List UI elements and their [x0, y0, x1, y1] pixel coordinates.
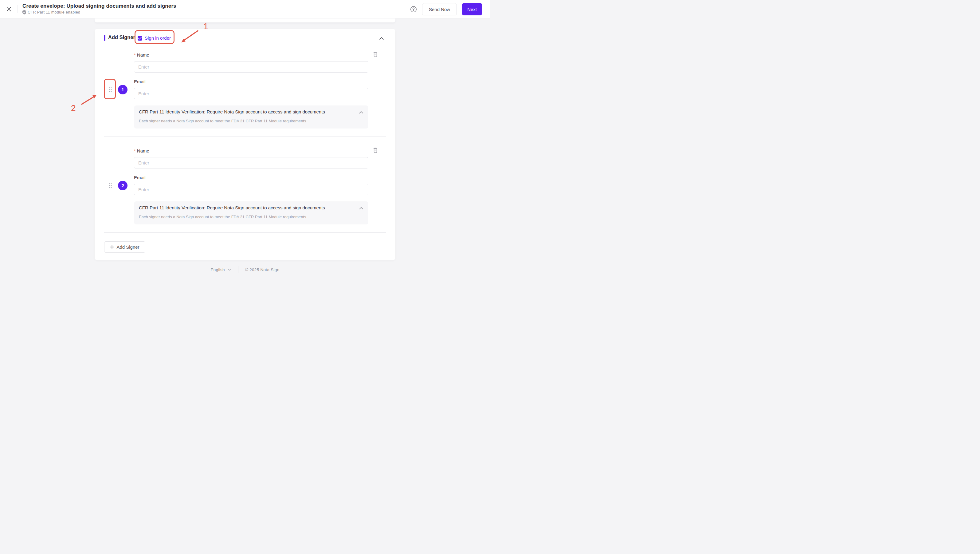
- name-input[interactable]: [134, 61, 368, 73]
- cfr-verification-panel: CFR Part 11 Identity Verification: Requi…: [134, 201, 368, 224]
- name-label: *Name: [134, 148, 149, 153]
- required-asterisk: *: [134, 148, 136, 153]
- cfr-panel-collapse-button[interactable]: [357, 204, 365, 212]
- language-selector[interactable]: English: [211, 267, 231, 272]
- signer-row: *Name Email 1 CFR Part 11 Identity Verif…: [95, 48, 395, 134]
- next-button[interactable]: Next: [462, 3, 482, 15]
- cfr-module-badge: CFR Part 11 module enabled: [28, 10, 80, 14]
- top-bar: Create envelope: Upload signing document…: [0, 0, 490, 18]
- signer-divider: [104, 232, 386, 233]
- section-collapse-button[interactable]: [378, 35, 385, 42]
- trash-icon: [372, 52, 379, 57]
- section-title: Add Signer: [108, 34, 135, 40]
- header-titles: Create envelope: Upload signing document…: [22, 3, 177, 14]
- cfr-verification-panel: CFR Part 11 Identity Verification: Requi…: [134, 105, 368, 129]
- cfr-panel-collapse-button[interactable]: [357, 109, 365, 116]
- name-input[interactable]: [134, 157, 368, 168]
- delete-signer-button[interactable]: [372, 147, 379, 154]
- email-input[interactable]: [134, 88, 368, 99]
- shield-check-icon: [22, 10, 26, 14]
- previous-card-edge: [95, 18, 395, 22]
- trash-icon: [372, 148, 379, 153]
- section-accent-bar: [104, 35, 105, 41]
- chevron-down-icon: [228, 268, 231, 271]
- sign-in-order-checkbox[interactable]: [138, 36, 142, 41]
- sign-in-order-label[interactable]: Sign in order: [145, 35, 171, 41]
- annotation-step-number: 2: [71, 103, 76, 113]
- plus-icon: [110, 245, 114, 249]
- close-icon: [6, 6, 12, 12]
- chevron-up-icon: [378, 37, 385, 40]
- add-signer-button[interactable]: Add Signer: [104, 241, 145, 253]
- email-label: Email: [134, 175, 146, 180]
- name-label: *Name: [134, 52, 149, 57]
- close-button[interactable]: [5, 6, 13, 13]
- cfr-panel-title: CFR Part 11 Identity Verification: Requi…: [139, 109, 325, 114]
- email-input[interactable]: [134, 184, 368, 195]
- delete-signer-button[interactable]: [372, 51, 379, 58]
- add-signer-button-label: Add Signer: [116, 244, 139, 250]
- footer-divider: [238, 266, 239, 273]
- cfr-panel-title: CFR Part 11 Identity Verification: Requi…: [139, 205, 325, 210]
- email-label: Email: [134, 79, 146, 84]
- checkmark-icon: [138, 37, 142, 40]
- signer-row: *Name Email 2 CFR Part 11 Identity Verif…: [95, 144, 395, 230]
- send-now-button[interactable]: Send Now: [422, 3, 457, 15]
- header-divider: [18, 5, 18, 13]
- page-title: Create envelope: Upload signing document…: [22, 3, 177, 9]
- required-asterisk: *: [134, 52, 136, 57]
- add-signer-card: Add Signer Sign in order *Name Email 1 C…: [95, 29, 395, 260]
- copyright-text: © 2025 Nota Sign: [245, 267, 280, 272]
- language-label: English: [211, 267, 225, 272]
- chevron-up-icon: [357, 111, 365, 114]
- drag-handle-icon[interactable]: [108, 183, 112, 188]
- cfr-panel-description: Each signer needs a Nota Sign account to…: [139, 119, 306, 123]
- help-button[interactable]: [410, 6, 417, 13]
- chevron-up-icon: [357, 207, 365, 210]
- page-footer: English © 2025 Nota Sign: [0, 264, 490, 275]
- cfr-panel-description: Each signer needs a Nota Sign account to…: [139, 215, 306, 219]
- help-icon: [410, 6, 417, 13]
- drag-handle-icon[interactable]: [108, 87, 112, 92]
- signer-order-badge: 1: [118, 85, 127, 94]
- signer-order-badge: 2: [118, 181, 127, 190]
